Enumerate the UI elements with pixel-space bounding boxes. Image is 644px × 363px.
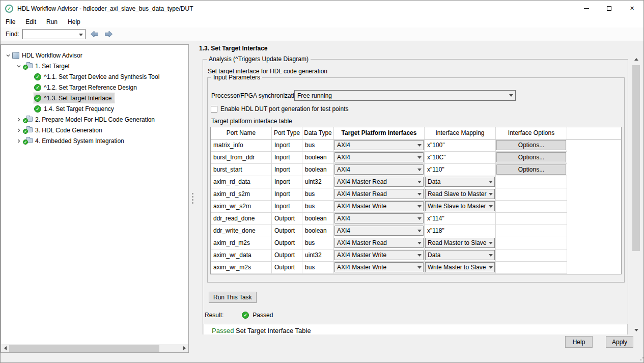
find-input[interactable]	[22, 29, 86, 39]
port-name-cell: axim_rd_data	[211, 176, 272, 188]
menu-run[interactable]: Run	[41, 16, 63, 27]
apply-button[interactable]: Apply	[606, 336, 633, 348]
tree-item-embedded-system-integration[interactable]: ✓4. Embedded System Integration	[1, 135, 188, 146]
window-title: HDL Workflow Advisor - hdlcoder_axi_slav…	[17, 5, 193, 12]
tree-item-set-target[interactable]: ✓1. Set Target	[1, 61, 188, 71]
find-next-button[interactable]	[104, 30, 114, 39]
vertical-scroll-thumb[interactable]	[632, 65, 640, 251]
target-interface-cell: AXI4 Master Write	[334, 201, 425, 213]
target-interface-dropdown[interactable]: AXI4 Master Write	[334, 201, 424, 211]
target-interface-dropdown[interactable]: AXI4 Master Read	[334, 238, 424, 248]
table-filler	[567, 176, 621, 188]
port-type-cell: Outport	[272, 262, 302, 274]
sync-dropdown[interactable]: Free running	[294, 90, 516, 101]
options-button[interactable]: Options...	[496, 164, 566, 175]
interface-mapping-cell: Write Master to Slave Bu	[425, 262, 496, 274]
interface-mapping-dropdown[interactable]: Read Master to Slave Bu	[425, 238, 495, 248]
chevron-down-icon[interactable]	[4, 51, 12, 59]
target-interface-dropdown[interactable]: AXI4	[334, 226, 424, 236]
chevron-right-icon[interactable]	[15, 116, 22, 123]
menu-help[interactable]: Help	[63, 16, 86, 27]
interface-mapping-cell: x"110"	[425, 164, 496, 176]
scroll-down-button[interactable]	[632, 326, 640, 334]
scroll-left-button[interactable]	[1, 344, 9, 352]
data-type-cell: uint32	[302, 176, 334, 188]
interface-mapping-cell: Read Master to Slave Bu	[425, 237, 496, 249]
tree-item-set-target-interface[interactable]: ✓^1.3. Set Target Interface	[1, 93, 188, 103]
chevron-down-icon	[415, 144, 423, 147]
vertical-scrollbar	[632, 55, 640, 334]
port-name-cell: burst_from_ddr	[211, 152, 272, 164]
chevron-down-icon	[487, 205, 494, 208]
report-status: Passed	[212, 327, 234, 334]
panel-splitter[interactable]	[189, 44, 197, 353]
target-interface-cell: AXI4 Master Read	[334, 176, 425, 188]
target-interface-dropdown[interactable]: AXI4 Master Read	[334, 177, 424, 187]
horizontal-scroll-thumb[interactable]	[9, 345, 159, 352]
target-interface-dropdown[interactable]: AXI4	[334, 213, 424, 224]
options-button[interactable]: Options...	[496, 140, 566, 150]
interface-options-cell	[496, 213, 567, 225]
dropdown-value: AXI4	[335, 152, 415, 162]
target-interface-dropdown[interactable]: AXI4 Master Read	[334, 189, 424, 199]
data-type-cell: bus	[302, 201, 334, 213]
find-previous-button[interactable]	[90, 30, 100, 39]
tree-item-hdl-code-generation[interactable]: ✓3. HDL Code Generation	[1, 125, 188, 135]
tree-item-hdl-workflow-advisor[interactable]: HDL Workflow Advisor	[1, 50, 188, 61]
test-points-checkbox[interactable]	[211, 106, 217, 113]
target-interface-dropdown[interactable]: AXI4 Master Write	[334, 250, 424, 260]
target-interface-dropdown[interactable]: AXI4	[334, 152, 424, 162]
interface-mapping-dropdown[interactable]: Write Slave to Master Bu	[425, 201, 495, 211]
tree-item-set-target-device[interactable]: ✓^1.1. Set Target Device and Synthesis T…	[1, 71, 188, 82]
table-filler	[567, 188, 621, 201]
dropdown-value: Data	[426, 250, 487, 260]
window-controls: ✕	[575, 1, 643, 16]
header-port-name: Port Name	[211, 127, 272, 139]
tree-item-prepare-model[interactable]: ✓2. Prepare Model For HDL Code Generatio…	[1, 114, 188, 125]
target-interface-dropdown[interactable]: AXI4 Master Write	[334, 262, 424, 272]
target-interface-dropdown[interactable]: AXI4	[334, 164, 424, 175]
close-button[interactable]: ✕	[621, 1, 643, 16]
result-label: Result:	[205, 312, 223, 319]
menu-edit[interactable]: Edit	[20, 16, 41, 27]
chevron-down-icon[interactable]	[15, 62, 22, 70]
data-type-cell: boolean	[302, 152, 334, 164]
dropdown-value: Write Slave to Master Bu	[426, 201, 487, 211]
tree-item-label: 4. Embedded System Integration	[35, 137, 124, 145]
interface-mapping-dropdown[interactable]: Read Slave to Master Bu	[425, 189, 495, 199]
interface-mapping-dropdown[interactable]: Data	[425, 177, 495, 187]
dropdown-value: Free running	[295, 92, 507, 99]
data-type-cell: bus	[302, 262, 334, 274]
chevron-right-icon[interactable]	[15, 126, 22, 134]
tree-item-set-target-frequency[interactable]: ✓1.4. Set Target Frequency	[1, 103, 188, 114]
tree-item-set-target-reference-design[interactable]: ✓^1.2. Set Target Reference Design	[1, 82, 188, 93]
scroll-up-button[interactable]	[632, 55, 640, 64]
chevron-down-icon	[415, 266, 423, 269]
target-interface-cell: AXI4	[334, 164, 425, 176]
data-type-cell: uint32	[302, 249, 334, 262]
dropdown-value: AXI4 Master Write	[335, 201, 415, 211]
header-interface-mapping: Interface Mapping	[425, 127, 496, 139]
arrow-up-icon	[634, 58, 638, 61]
chevron-right-icon[interactable]	[15, 137, 22, 145]
dropdown-value: AXI4 Master Read	[335, 238, 415, 248]
port-name-cell: axim_wr_data	[211, 249, 272, 262]
analysis-groupbox: Analysis (^Triggers Update Diagram) Set …	[203, 59, 628, 334]
run-this-task-button[interactable]: Run This Task	[209, 292, 257, 303]
header-filler	[567, 127, 621, 139]
minimize-button[interactable]	[575, 1, 598, 16]
interface-mapping-dropdown[interactable]: Data	[425, 250, 495, 260]
maximize-button[interactable]	[598, 1, 621, 16]
interface-options-cell: Options...	[496, 152, 567, 164]
interface-mapping-dropdown[interactable]: Write Master to Slave Bu	[425, 262, 495, 272]
dropdown-value: AXI4	[335, 213, 415, 224]
test-points-row: Enable HDL DUT port generation for test …	[211, 105, 348, 113]
help-button[interactable]: Help	[565, 336, 593, 348]
folder-check-icon: ✓	[23, 126, 33, 134]
resize-grip[interactable]	[640, 359, 641, 360]
options-button[interactable]: Options...	[496, 152, 566, 162]
scroll-right-button[interactable]	[180, 344, 188, 352]
menu-file[interactable]: File	[1, 16, 20, 27]
target-interface-dropdown[interactable]: AXI4	[334, 140, 424, 150]
table-row: axim_rd_m2s Outport bus AXI4 Master Read…	[211, 237, 621, 249]
